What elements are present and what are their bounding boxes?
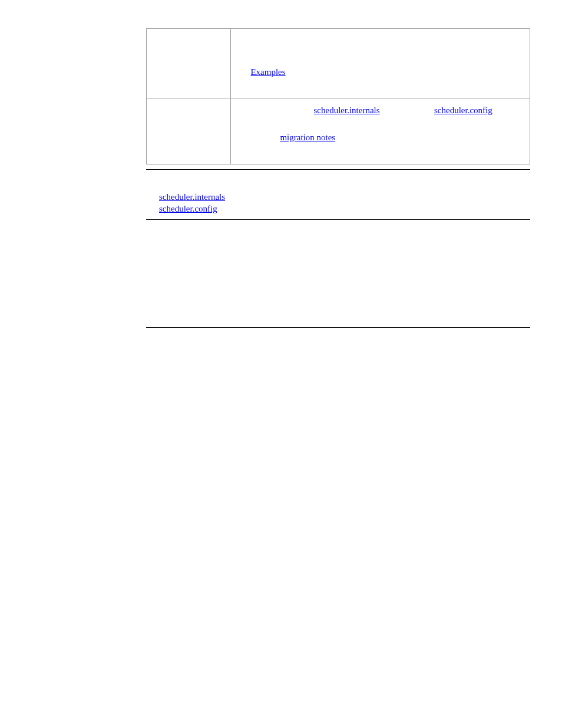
overview-paragraph: Implementations should be cheap to const… <box>146 299 530 323</box>
inline-code: PollableBase <box>281 36 327 45</box>
table-row: UsageInherit from PollableBase and imple… <box>147 29 530 98</box>
inline-text: . <box>425 36 427 45</box>
see-also-link[interactable]: scheduler.config <box>159 204 217 213</box>
api-method-signature: poll_once(self, budget_ms: int) -> PollR… <box>146 386 530 398</box>
inline-text: if upgrading from v1. <box>335 133 414 142</box>
table-row-line: Companion modules: scheduler.internals (… <box>236 104 525 129</box>
table-row-label: Usage <box>147 29 231 98</box>
api-method-desc: Perform at most one unit of work. Must r… <box>146 400 530 436</box>
table-row-line: See Examples below. <box>236 66 525 78</box>
inline-text: below. <box>286 67 311 77</box>
overview-section: Overview This module defines the abstrac… <box>146 228 530 322</box>
inline-text: Inherit from <box>236 36 281 45</box>
inline-link[interactable]: migration notes <box>280 133 335 142</box>
inline-link[interactable]: scheduler.internals <box>314 106 380 115</box>
table-row-value: Companion modules: scheduler.internals (… <box>231 98 530 164</box>
rule-1 <box>146 169 530 170</box>
inline-text: . <box>458 51 461 61</box>
table-row-line: Inherit from PollableBase and implement … <box>236 35 525 47</box>
inline-text: See also the <box>236 133 280 142</box>
inline-code: register_poller() <box>401 51 458 61</box>
api-method-desc: Optional hook, called when the scheduler… <box>146 454 530 479</box>
inline-link[interactable]: scheduler.config <box>434 106 492 115</box>
overview-paragraph: The scheduler tracks consecutive idle cy… <box>146 270 530 294</box>
see-also-heading: See also <box>146 178 530 190</box>
see-also-section: See also scheduler.internalsscheduler.co… <box>146 178 530 215</box>
api-method-signature: on_resume(self) -> None <box>146 484 530 496</box>
api-method-signature: on_backoff(self, delay_ms: int) -> None <box>146 441 530 453</box>
inline-text: Companion modules: <box>236 106 314 115</box>
table-row-label: Related <box>147 98 231 164</box>
spec-table: UsageInherit from PollableBase and imple… <box>146 28 530 164</box>
table-row-line: See also the migration notes if upgradin… <box>236 131 525 143</box>
table-row: RelatedCompanion modules: scheduler.inte… <box>147 98 530 164</box>
api-method-desc: Optional hook, called when back-off is c… <box>146 497 530 509</box>
see-also-item: scheduler.config <box>159 203 530 215</box>
inline-text: and implement <box>327 36 384 45</box>
table-row-line: Register the new poller type in the driv… <box>236 50 525 62</box>
table-row-value: Inherit from PollableBase and implement … <box>231 29 530 98</box>
overview-heading: Overview <box>146 228 530 240</box>
api-class-desc: Abstract base class for cooperative poll… <box>146 368 530 380</box>
overview-paragraph: This module defines the abstract contrac… <box>146 242 530 266</box>
api-section: Public API class PollableBase Abstract b… <box>146 336 530 509</box>
api-class-name: class PollableBase <box>146 355 530 367</box>
api-heading: Public API <box>146 336 530 350</box>
inline-text: Register the new poller type in the driv… <box>236 51 401 61</box>
see-also-list: scheduler.internalsscheduler.config <box>159 191 530 215</box>
inline-text: See <box>236 67 250 77</box>
rule-3 <box>146 327 530 328</box>
rule-2 <box>146 219 530 220</box>
see-also-link[interactable]: scheduler.internals <box>159 192 225 202</box>
inline-code: poll_once() <box>384 36 425 45</box>
inline-link[interactable]: Examples <box>250 67 285 77</box>
see-also-item: scheduler.internals <box>159 191 530 203</box>
inline-text: (retry timing), <box>380 106 434 115</box>
